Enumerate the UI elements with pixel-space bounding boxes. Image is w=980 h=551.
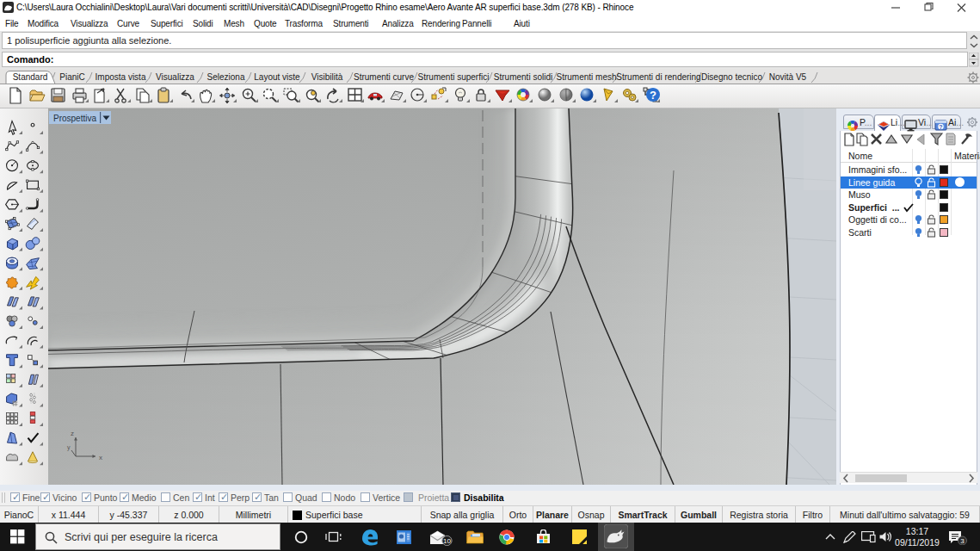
svg-text:Strumenti mesh: Strumenti mesh [556, 72, 616, 82]
svg-text:Strumenti di rendering: Strumenti di rendering [616, 72, 700, 82]
svg-text:Visibilità: Visibilità [311, 72, 343, 82]
svg-text:Seleziona: Seleziona [207, 72, 245, 82]
svg-text:Layout viste: Layout viste [254, 72, 300, 82]
svg-text:Imposta vista: Imposta vista [96, 72, 146, 82]
svg-text:y: y [67, 444, 71, 451]
svg-text:PianiC: PianiC [59, 72, 84, 82]
svg-text:Strumenti superfici: Strumenti superfici [418, 72, 490, 82]
svg-text:Visualizza: Visualizza [156, 72, 194, 82]
svg-text:Disegno tecnico: Disegno tecnico [701, 72, 763, 82]
svg-text:Strumenti curve: Strumenti curve [354, 72, 414, 82]
svg-text:z: z [71, 430, 74, 437]
svg-text:3: 3 [960, 537, 965, 545]
svg-text:Strumenti solidi: Strumenti solidi [494, 72, 552, 82]
svg-text:Novità V5: Novità V5 [769, 72, 807, 82]
svg-text:x: x [99, 454, 102, 461]
svg-text:10: 10 [443, 537, 451, 545]
svg-text:?: ? [650, 89, 656, 102]
svg-text:Standard: Standard [13, 72, 48, 82]
svg-text:?: ? [939, 124, 942, 130]
svg-text:Prospettiva: Prospettiva [53, 114, 96, 123]
